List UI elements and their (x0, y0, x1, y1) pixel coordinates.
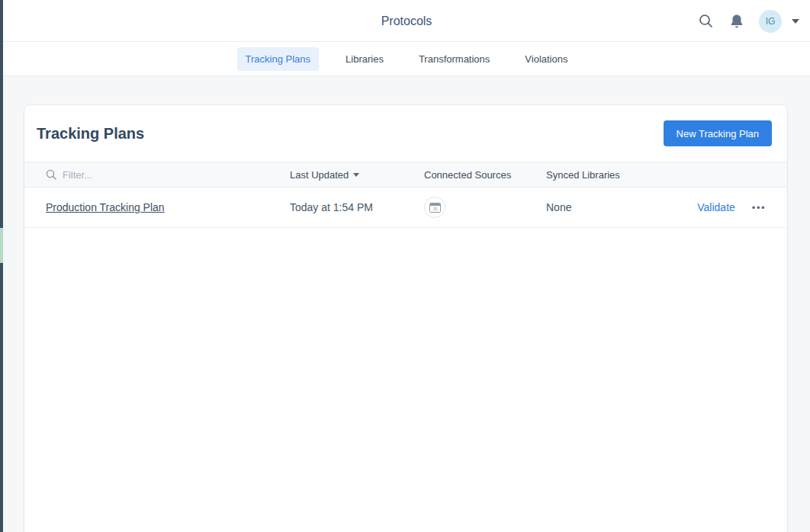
new-tracking-plan-button[interactable]: New Tracking Plan (664, 120, 772, 146)
javascript-source-icon[interactable]: JS (424, 197, 445, 218)
svg-text:JS: JS (432, 207, 438, 211)
card-header: Tracking Plans New Tracking Plan (24, 105, 787, 162)
table-header-row: Last Updated Connected Sources Synced Li… (24, 162, 787, 187)
page-content: Tracking Plans New Tracking Plan Last Up… (3, 76, 810, 532)
filter-search-icon (46, 169, 56, 180)
column-last-updated[interactable]: Last Updated (290, 169, 424, 181)
column-synced-libraries: Synced Libraries (546, 169, 674, 181)
tab-bar: Tracking Plans Libraries Transformations… (3, 42, 810, 76)
background-window-accent (0, 228, 3, 263)
sort-descending-icon (353, 173, 359, 177)
top-header: Protocols IG (3, 0, 810, 42)
row-actions: Validate ••• (674, 201, 766, 213)
synced-libraries-cell: None (546, 201, 674, 213)
tab-transformations[interactable]: Transformations (410, 47, 498, 71)
table-row: Production Tracking Plan Today at 1:54 P… (24, 187, 787, 228)
tab-tracking-plans[interactable]: Tracking Plans (237, 47, 320, 71)
tab-violations[interactable]: Violations (516, 47, 576, 71)
header-actions: IG (696, 0, 799, 42)
avatar[interactable]: IG (759, 10, 782, 33)
search-icon[interactable] (696, 12, 715, 30)
column-connected-sources: Connected Sources (424, 169, 546, 181)
background-window-edge (0, 0, 3, 532)
filter-input[interactable] (63, 169, 215, 181)
tracking-plan-link[interactable]: Production Tracking Plan (46, 201, 165, 213)
filter-field (46, 169, 290, 181)
notifications-bell-icon[interactable] (728, 12, 746, 30)
page-title: Protocols (3, 0, 810, 42)
tab-libraries[interactable]: Libraries (337, 47, 392, 71)
card-title: Tracking Plans (37, 125, 144, 143)
last-updated-cell: Today at 1:54 PM (290, 201, 424, 213)
validate-button[interactable]: Validate (697, 201, 735, 213)
protocols-app: Protocols IG Tracking Plans Libraries Tr… (3, 0, 810, 532)
row-menu-ellipsis-icon[interactable]: ••• (752, 203, 766, 213)
column-last-updated-label: Last Updated (290, 169, 349, 181)
tracking-plans-card: Tracking Plans New Tracking Plan Last Up… (24, 105, 787, 532)
account-menu-chevron-down-icon[interactable] (792, 19, 799, 24)
